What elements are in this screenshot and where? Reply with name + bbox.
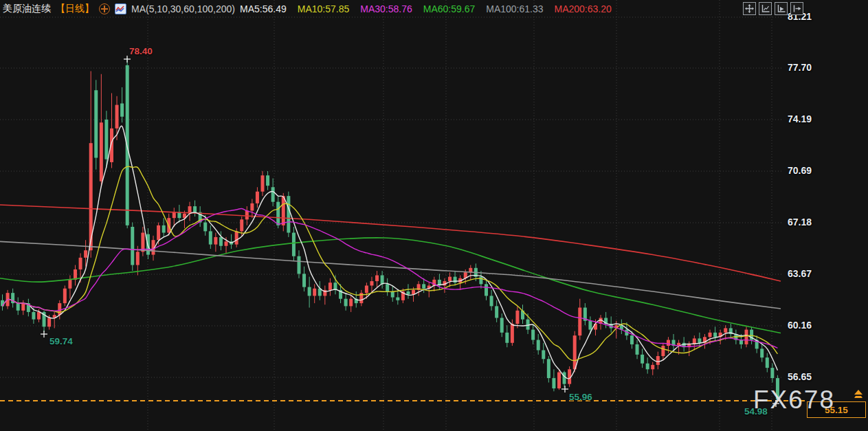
latest-price-tag: 55.15 — [807, 401, 866, 418]
jump-to-latest-icon[interactable] — [790, 2, 803, 15]
axis-tick-67.18: 67.18 — [788, 217, 812, 228]
symbol-title: 美原油连续 — [3, 3, 51, 15]
axis-tick-63.67: 63.67 — [788, 268, 812, 279]
swing-label-55.96: 55.96 — [569, 392, 592, 402]
axis-tick-74.19: 74.19 — [788, 113, 812, 124]
chart-toolbar — [743, 2, 803, 15]
scroll-to-latest-arrow-icon[interactable] — [852, 389, 865, 400]
ma-value-1: MA10:57.85 — [298, 3, 350, 14]
period-label[interactable]: 【日线】 — [56, 3, 94, 15]
chart-header: 美原油连续 【日线】 MA(5,10,30,60,100,200) MA5:56… — [3, 2, 612, 16]
scale-axis-left-icon[interactable] — [759, 2, 772, 15]
swing-label-78.40: 78.40 — [129, 46, 153, 56]
axis-tick-70.69: 70.69 — [788, 165, 812, 176]
ma-values: MA5:56.49MA10:57.85MA30:58.76MA60:59.67M… — [240, 3, 612, 14]
ma-value-4: MA100:61.33 — [486, 3, 543, 14]
kline-settings-icon[interactable] — [115, 3, 126, 14]
axis-tick-56.65: 56.65 — [788, 371, 812, 382]
chart-canvas[interactable] — [0, 0, 868, 431]
kline-chart-window: 美原油连续 【日线】 MA(5,10,30,60,100,200) MA5:56… — [0, 0, 868, 431]
latest-price-value: 55.15 — [825, 405, 848, 415]
swing-label-54.98: 54.98 — [744, 406, 768, 417]
ma-value-0: MA5:56.49 — [240, 3, 287, 14]
pan-move-icon[interactable] — [743, 2, 756, 15]
scale-axis-right-icon[interactable] — [775, 2, 788, 15]
ma-value-5: MA200:63.20 — [555, 3, 612, 14]
ma-value-3: MA60:59.67 — [423, 3, 476, 14]
ma-summary: MA(5,10,30,60,100,200) — [131, 3, 235, 14]
ma-value-2: MA30:58.76 — [360, 3, 412, 14]
axis-tick-77.70: 77.70 — [788, 62, 812, 73]
circle-plus-icon[interactable] — [99, 3, 110, 14]
swing-label-59.74: 59.74 — [49, 336, 73, 346]
axis-tick-60.16: 60.16 — [788, 320, 812, 331]
